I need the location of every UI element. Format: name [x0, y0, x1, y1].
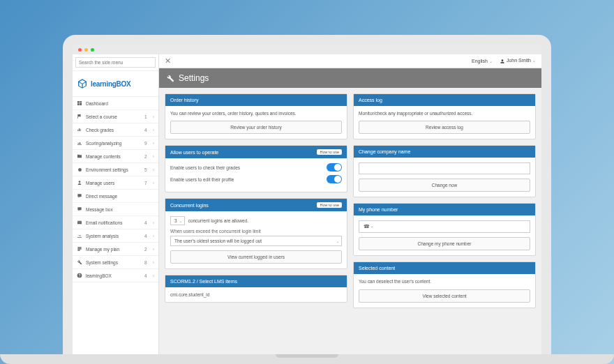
sidebar-item[interactable]: Environment settings 5 › — [73, 163, 158, 176]
window-close-dot[interactable] — [78, 48, 82, 52]
main: ✕ English⌄ John Smith⌄ Settings — [159, 54, 541, 356]
toggle-label: Enable users to edit their profile — [170, 177, 327, 183]
flag-icon — [77, 114, 82, 119]
sidebar-item[interactable]: Manage users 7 › — [73, 176, 158, 190]
concurrent-count-select[interactable]: 3⌄ — [170, 216, 185, 225]
review-access-log-button[interactable]: Review access log — [359, 121, 530, 134]
review-order-history-button[interactable]: Review your order history — [170, 121, 342, 134]
toggle-edit-profile[interactable] — [327, 175, 342, 183]
screen: learningBOX Dashboard Select a course 1 … — [73, 45, 541, 356]
logo[interactable]: learningBOX — [73, 71, 158, 97]
concurrent-policy-select[interactable]: The user's oldest session will be logged… — [170, 236, 342, 246]
sidebar-item[interactable]: learningBOX 4 › — [73, 269, 158, 282]
panel-order-history: Order history You can review your orders… — [165, 93, 347, 139]
user-menu[interactable]: John Smith⌄ — [500, 58, 536, 63]
language-selector[interactable]: English⌄ — [472, 59, 493, 63]
panel-allow-operate: Allow users to operate How to use Enable… — [165, 145, 347, 192]
chevron-down-icon: ⌄ — [179, 219, 182, 223]
page-title: Settings — [179, 73, 209, 83]
search-input[interactable] — [75, 57, 156, 68]
sublabel: When users exceed the concurrent login l… — [170, 229, 342, 234]
sidebar-item[interactable]: Check grades 4 › — [73, 123, 158, 137]
sidebar-item[interactable]: Select a course 1 › — [73, 110, 158, 123]
change-company-name-button[interactable]: Change now — [359, 179, 530, 192]
panel-header: My phone number — [354, 204, 535, 215]
user-icon — [500, 59, 505, 64]
sidebar-item[interactable]: Direct message — [73, 190, 158, 203]
window-max-dot[interactable] — [91, 48, 94, 52]
chevron-right-icon: › — [153, 220, 154, 225]
chevron-down-icon: ⌄ — [532, 59, 536, 63]
panel-header: SCORM1.2 / Select LMS items — [165, 275, 347, 287]
close-icon[interactable]: ✕ — [165, 56, 171, 66]
chevron-right-icon: › — [153, 247, 154, 252]
sidebar-item-label: learningBOX — [86, 273, 141, 278]
sidebar-item-count: 2 — [144, 247, 147, 252]
scorm-item: cmi.core.student_id — [170, 292, 342, 297]
chat-icon — [77, 206, 82, 212]
chevron-right-icon: › — [153, 234, 154, 238]
sidebar-search-wrap — [73, 54, 158, 71]
mail-icon — [77, 220, 82, 225]
chevron-right-icon: › — [153, 141, 154, 146]
sidebar-item-count: 8 — [144, 260, 147, 265]
select-suffix: concurrent logins are allowed. — [188, 218, 248, 223]
change-phone-button[interactable]: Change my phone number — [359, 237, 530, 250]
panel-desc: Monitor/check any inappropriate or unaut… — [359, 111, 530, 116]
laptop-frame: learningBOX Dashboard Select a course 1 … — [63, 35, 551, 356]
panel-header: Selected content — [354, 262, 535, 274]
company-name-input[interactable] — [359, 162, 530, 174]
chevron-right-icon: › — [153, 154, 154, 159]
sidebar-item-count: 1 — [144, 114, 147, 119]
dashboard-icon — [77, 100, 82, 106]
right-column: Access log Monitor/check any inappropria… — [353, 93, 536, 350]
panel-concurrent-logins: Concurrent logins How to use 3⌄ concurre… — [165, 198, 347, 269]
sidebar-item-label: Environment settings — [86, 167, 141, 172]
panel-selected-content: Selected content You can deselect the us… — [353, 261, 536, 308]
chart-icon — [77, 127, 82, 132]
howto-button[interactable]: How to use — [317, 202, 342, 208]
logo-text: learningBOX — [91, 80, 130, 88]
analytics-icon — [77, 140, 82, 146]
sidebar-item[interactable]: Message box — [73, 203, 158, 216]
topbar: ✕ English⌄ John Smith⌄ — [159, 54, 541, 68]
view-selected-content-button[interactable]: View selected content — [359, 289, 530, 303]
gear-icon — [77, 167, 82, 172]
howto-button[interactable]: How to use — [317, 149, 342, 155]
toggle-check-grades[interactable] — [327, 163, 342, 172]
sidebar-item-count: 4 — [144, 220, 147, 225]
panel-desc: You can review your orders, order histor… — [170, 111, 342, 116]
laptop-base — [0, 354, 614, 364]
window-titlebar — [73, 45, 541, 54]
window-min-dot[interactable] — [84, 48, 88, 52]
panel-access-log: Access log Monitor/check any inappropria… — [353, 93, 536, 139]
sidebar-item-count: 5 — [144, 167, 147, 172]
page-header: Settings — [159, 68, 541, 88]
chevron-right-icon: › — [153, 181, 154, 185]
sidebar-item[interactable]: Manage contents 2 › — [73, 150, 158, 163]
panel-scorm: SCORM1.2 / Select LMS items cmi.core.stu… — [165, 275, 347, 303]
sidebar-item-count: 4 — [144, 234, 147, 238]
sidebar-item[interactable]: System settings 8 › — [73, 256, 158, 269]
sidebar-item-count: 2 — [144, 154, 147, 159]
view-logged-in-users-button[interactable]: View current logged in users — [170, 250, 342, 264]
sidebar-item[interactable]: Dashboard — [73, 97, 158, 110]
chevron-down-icon: ⌄ — [336, 239, 339, 243]
graph-icon — [77, 233, 82, 238]
users-icon — [77, 180, 82, 185]
chevron-right-icon: › — [153, 260, 154, 265]
plan-icon — [77, 246, 82, 252]
sidebar-item-count: 4 — [144, 128, 147, 132]
sidebar-item[interactable]: Email notifications 4 › — [73, 216, 158, 229]
sidebar-item-label: Message box — [86, 207, 145, 212]
sidebar-item[interactable]: Manage my plan 2 › — [73, 243, 158, 256]
help-icon — [77, 273, 82, 278]
sidebar-item-label: Direct message — [86, 194, 145, 199]
chevron-right-icon: › — [153, 114, 154, 119]
sidebar-item-label: System analysis — [86, 234, 141, 238]
sidebar-item[interactable]: System analysis 4 › — [73, 229, 158, 243]
sidebar-item[interactable]: Scoring/analyzing 9 › — [73, 137, 158, 150]
sidebar: learningBOX Dashboard Select a course 1 … — [73, 54, 159, 356]
sidebar-item-label: Dashboard — [86, 101, 145, 106]
wrench-icon — [166, 74, 174, 82]
